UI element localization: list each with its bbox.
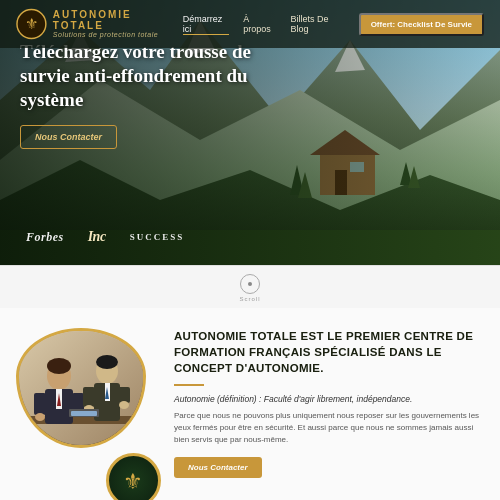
about-image-area: ⚜ — [16, 328, 156, 498]
hero-press-logos: Forbes Inc SUCCESS — [20, 227, 190, 247]
photo-inner — [19, 331, 143, 445]
inc-logo: Inc — [82, 227, 112, 247]
svg-text:⚜: ⚜ — [123, 469, 143, 494]
about-contact-button[interactable]: Nous Contacter — [174, 457, 262, 478]
nav-link-apropos[interactable]: À propos — [243, 14, 276, 34]
about-title: AUTONOMIE TOTALE EST LE PREMIER CENTRE D… — [174, 328, 484, 376]
logo-emblem-icon: ⚜ — [16, 8, 47, 40]
hero-cta-button[interactable]: Nous Contacter — [20, 125, 117, 149]
title-divider — [174, 384, 204, 386]
svg-point-21 — [47, 358, 71, 374]
svg-point-37 — [119, 401, 129, 409]
about-text-area: AUTONOMIE TOTALE EST LE PREMIER CENTRE D… — [174, 328, 484, 498]
scroll-label: Scroll — [239, 296, 260, 302]
svg-rect-25 — [34, 393, 46, 415]
nav-cta-button[interactable]: Offert: Checklist De Survie — [359, 13, 484, 36]
svg-rect-35 — [118, 387, 130, 403]
nav-links: Démarrez ici À propos Billets De Blog Of… — [183, 13, 484, 36]
logo: ⚜ AUTONOMIE TOTALE Solutions de protecti… — [16, 8, 183, 40]
svg-rect-39 — [71, 411, 97, 416]
logo-tagline: Solutions de protection totale — [53, 31, 183, 39]
team-photo — [16, 328, 146, 448]
autonomy-definition: Autonomie (définition) : Faculté d'agir … — [174, 394, 484, 404]
scroll-circle — [240, 274, 260, 294]
svg-rect-26 — [72, 393, 84, 411]
about-section: ⚜ AUTONOMIE TOTALE EST LE PREMIER CENTRE… — [0, 308, 500, 500]
forbes-logo: Forbes — [20, 228, 70, 247]
about-body-text: Parce que nous ne pouvons plus uniquemen… — [174, 410, 484, 446]
svg-text:⚜: ⚜ — [25, 15, 38, 32]
scroll-indicator[interactable]: Scroll — [0, 265, 500, 308]
logo-text: AUTONOMIE TOTALE Solutions de protection… — [53, 9, 183, 39]
nav-link-billets[interactable]: Billets De Blog — [291, 14, 345, 34]
nav-link-demarrez[interactable]: Démarrez ici — [183, 14, 230, 35]
logo-name: AUTONOMIE TOTALE — [53, 9, 183, 31]
success-logo: SUCCESS — [124, 230, 191, 244]
coat-of-arms-icon: ⚜ — [116, 463, 151, 498]
svg-point-27 — [35, 413, 45, 421]
navbar: ⚜ AUTONOMIE TOTALE Solutions de protecti… — [0, 0, 500, 48]
hero-title: Téléchargez votre trousse de survie anti… — [20, 40, 280, 111]
businessmen-illustration — [19, 331, 143, 445]
svg-point-30 — [96, 355, 118, 369]
emblem-badge: ⚜ — [106, 453, 161, 500]
hero-content: Téléchargez votre trousse de survie anti… — [20, 40, 280, 149]
scroll-dot — [248, 282, 252, 286]
svg-rect-34 — [83, 387, 95, 407]
